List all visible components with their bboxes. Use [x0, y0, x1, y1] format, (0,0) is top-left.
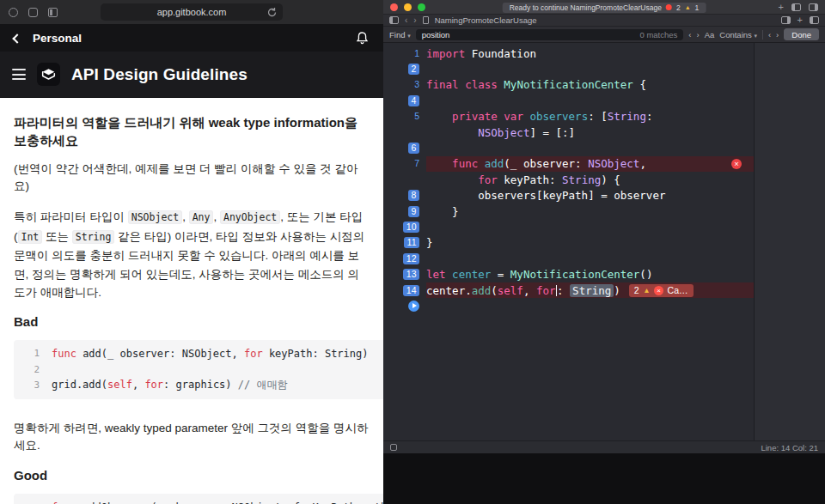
menu-icon[interactable]: [12, 69, 26, 80]
error-icon[interactable]: ×: [731, 159, 742, 169]
page-title: API Design Guidelines: [71, 65, 248, 84]
error-count[interactable]: 2: [676, 3, 681, 12]
code-text: grid.add(self, for: graphics) // 애매함: [52, 378, 287, 392]
line-number: 6: [408, 143, 419, 154]
article-paragraph: 특히 파라미터 타입이 NSObject, Any, AnyObject, 또는…: [14, 208, 370, 302]
add-tab-icon[interactable]: +: [779, 3, 784, 12]
space-header: API Design Guidelines: [0, 52, 383, 98]
article-content: 파라미터의 역할을 드러내기 위해 weak type information을…: [0, 98, 383, 504]
gutter: 3: [383, 79, 426, 90]
article-heading: 파라미터의 역할을 드러내기 위해 weak type information을…: [14, 113, 370, 149]
code-text: func add(_ observer: NSObject, for keyPa…: [52, 348, 369, 360]
code-text: final class MyNotificationCenter {: [426, 77, 754, 93]
find-previous-button[interactable]: ‹: [768, 30, 771, 39]
bell-icon[interactable]: [355, 31, 370, 46]
code-text: func add(_ observer: NSObject,: [426, 156, 754, 172]
line-number: 2: [408, 64, 419, 75]
line-number: 5: [414, 111, 419, 122]
code-text: observers[keyPath] = observer: [426, 188, 754, 203]
good-section-label: Good: [14, 468, 370, 483]
xcode-tab-bar: ‹ › NamingPromoteClearUsage +: [383, 15, 825, 27]
gutter: 8: [383, 190, 426, 201]
activity-viewer: Ready to continue NamingPromoteClearUsag…: [503, 3, 706, 13]
previous-match-button[interactable]: ‹: [688, 30, 691, 39]
browser-toolbar: app.gitbook.com: [0, 0, 383, 24]
code-line: 1func addObserver(_ observer: NSObject, …: [24, 500, 383, 504]
chevron-down-icon: ▾: [407, 33, 411, 39]
code-text: }: [426, 235, 754, 251]
code-block-bad: 1func add(_ observer: NSObject, for keyP…: [14, 340, 383, 400]
code-text: center.add(self, for: String)2▲×Ca…: [426, 282, 754, 298]
sidebar-toggle-icon[interactable]: [389, 16, 399, 24]
code-text: let center = MyNotificationCenter(): [426, 266, 754, 282]
code-line: 2: [383, 61, 754, 76]
find-next-button[interactable]: ›: [776, 30, 779, 39]
done-button[interactable]: Done: [784, 28, 819, 40]
back-chevron-icon[interactable]: [14, 30, 21, 46]
gutter: 1: [383, 48, 426, 59]
inline-code: String: [72, 230, 115, 244]
code-line: 10: [383, 219, 754, 234]
code-line: 11}: [383, 235, 754, 251]
code-line: 8 observers[keyPath] = observer: [383, 188, 754, 203]
window-close-button[interactable]: [390, 3, 398, 11]
sidebar-icon[interactable]: [48, 8, 58, 17]
back-chevron-icon[interactable]: ‹: [405, 16, 407, 25]
split-editor-icon[interactable]: [810, 16, 819, 24]
error-icon: ×: [654, 286, 663, 295]
code-line: for keyPath: String) {: [383, 172, 754, 187]
code-line: 3grid.add(self, for: graphics) // 애매함: [24, 378, 383, 394]
app-nav-bar: Personal: [0, 24, 383, 52]
address-bar[interactable]: app.gitbook.com: [101, 3, 283, 21]
line-number: 13: [403, 269, 419, 280]
gitbook-logo[interactable]: [37, 63, 60, 86]
code-text: }: [426, 203, 754, 219]
chevron-down-icon: ▾: [754, 33, 757, 39]
reload-icon[interactable]: [266, 7, 278, 18]
build-status-text: Ready to continue NamingPromoteClearUsag…: [510, 3, 662, 12]
find-dropdown[interactable]: Find ▾: [389, 30, 411, 39]
play-button[interactable]: [408, 301, 419, 312]
warning-icon[interactable]: ▲: [685, 4, 691, 10]
window-zoom-button[interactable]: [418, 3, 425, 11]
navigator-panel-icon[interactable]: [791, 3, 801, 11]
error-badge[interactable]: 2▲×Ca…: [629, 284, 694, 297]
titlebar-actions: +: [779, 3, 818, 12]
inspector-panel-icon[interactable]: [809, 3, 818, 11]
contains-dropdown[interactable]: Contains ▾: [719, 30, 757, 39]
forward-chevron-icon[interactable]: ›: [413, 16, 416, 25]
find-input[interactable]: position 0 matches: [416, 29, 684, 40]
window-minimize-button[interactable]: [404, 3, 412, 11]
code-line: [383, 298, 754, 313]
code-line: 2: [24, 361, 383, 378]
debug-console[interactable]: [383, 453, 825, 504]
line-number: 11: [404, 237, 419, 248]
code-line: 6: [383, 140, 754, 155]
gutter: 13: [383, 269, 426, 280]
source-editor[interactable]: 1import Foundation23final class MyNotifi…: [383, 43, 754, 440]
new-window-icon[interactable]: [28, 8, 38, 17]
line-number: 1: [414, 48, 419, 59]
gutter: 14: [383, 285, 426, 296]
error-count-icon[interactable]: [666, 4, 672, 10]
gutter: 1: [24, 348, 40, 359]
article-note: (번역이 약간 어색한데, 예제를 보면 더 빨리 이해할 수 있을 것 같아요…: [14, 161, 370, 195]
tab-overview-icon[interactable]: [9, 8, 18, 17]
line-number: 2: [34, 364, 40, 375]
add-editor-icon[interactable]: +: [798, 15, 803, 25]
next-match-button[interactable]: ›: [696, 30, 699, 39]
warning-count[interactable]: 1: [695, 3, 700, 12]
browser-window: app.gitbook.com Personal API Design Guid…: [0, 0, 383, 504]
match-case-button[interactable]: Aa: [705, 30, 715, 39]
line-number: 7: [414, 158, 419, 169]
code-text: [426, 140, 754, 155]
find-query: position: [422, 30, 450, 39]
minimap-icon[interactable]: [781, 16, 791, 24]
code-text: [426, 61, 754, 76]
tab-title[interactable]: NamingPromoteClearUsage: [435, 15, 537, 25]
line-number: 10: [403, 222, 419, 233]
line-number: 14: [403, 285, 419, 296]
gutter: 2: [24, 364, 40, 375]
breakpoint-icon[interactable]: [390, 444, 397, 451]
code-line: 7 func add(_ observer: NSObject,×: [383, 156, 754, 172]
